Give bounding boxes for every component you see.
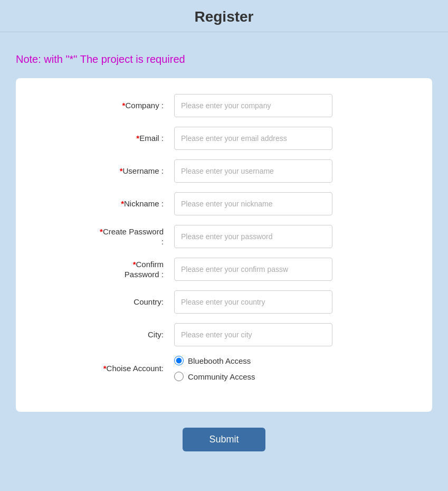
submit-button[interactable]: Submit xyxy=(183,428,265,451)
account-type-radio-group: Bluebooth Access Community Access xyxy=(174,356,255,381)
nickname-input[interactable] xyxy=(174,192,332,215)
submit-area: Submit xyxy=(16,428,432,451)
username-label: *Username : xyxy=(37,166,174,176)
country-label: Country: xyxy=(37,297,174,307)
note-text: Note: with "*" The project is required xyxy=(16,53,432,65)
city-label: City: xyxy=(37,329,174,340)
bluebooth-option[interactable]: Bluebooth Access xyxy=(174,356,255,365)
username-input[interactable] xyxy=(174,159,332,183)
community-label: Community Access xyxy=(188,372,255,381)
country-row: Country: xyxy=(37,290,411,314)
bluebooth-label: Bluebooth Access xyxy=(188,356,251,365)
community-radio[interactable] xyxy=(174,372,184,381)
email-label: *Email : xyxy=(37,133,174,144)
email-row: *Email : xyxy=(37,127,411,150)
confirm-password-row: *ConfirmPassword : xyxy=(37,258,411,281)
create-password-input[interactable] xyxy=(174,225,332,248)
country-input[interactable] xyxy=(174,290,332,314)
company-label: *Company : xyxy=(37,100,174,111)
community-option[interactable]: Community Access xyxy=(174,372,255,381)
confirm-password-input[interactable] xyxy=(174,258,332,281)
confirm-password-label: *ConfirmPassword : xyxy=(37,259,174,280)
city-input[interactable] xyxy=(174,323,332,346)
city-row: City: xyxy=(37,323,411,346)
account-type-row: *Choise Account: Bluebooth Access Commun… xyxy=(37,356,411,381)
create-password-row: *Create Password: xyxy=(37,225,411,248)
username-row: *Username : xyxy=(37,159,411,183)
company-row: *Company : xyxy=(37,94,411,117)
create-password-label: *Create Password: xyxy=(37,226,174,247)
nickname-label: *Nickname : xyxy=(37,199,174,209)
email-input[interactable] xyxy=(174,127,332,150)
company-input[interactable] xyxy=(174,94,332,117)
page-title: Register xyxy=(0,0,448,32)
bluebooth-radio[interactable] xyxy=(174,356,184,365)
account-type-label: *Choise Account: xyxy=(37,363,174,374)
registration-form: *Company : *Email : *Username : *Nicknam… xyxy=(16,78,432,412)
nickname-row: *Nickname : xyxy=(37,192,411,215)
